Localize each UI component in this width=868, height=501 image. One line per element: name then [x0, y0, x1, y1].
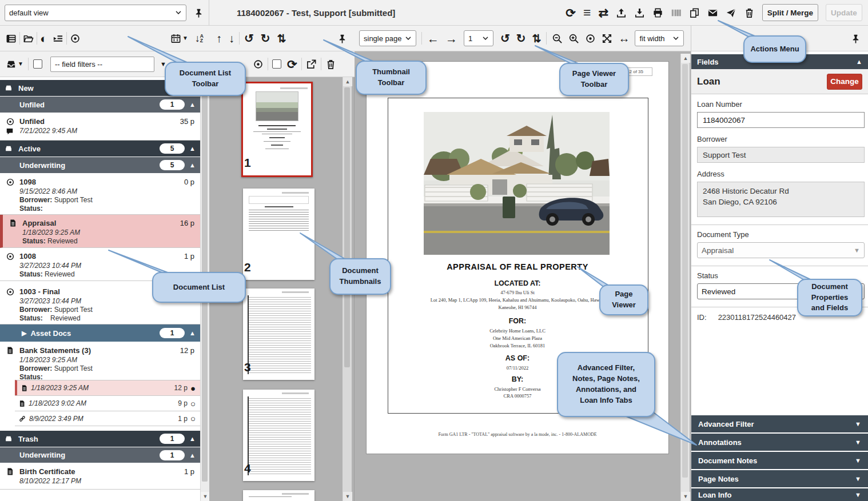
document-row-1098[interactable]: 1098 0 p 9/15/2022 8:46 AM Borrower: Sup…: [0, 174, 200, 215]
thumbnail-page-3[interactable]: 3: [243, 288, 314, 380]
expand-icon[interactable]: ▶: [22, 330, 26, 336]
prev-page-icon[interactable]: ←: [427, 33, 439, 45]
document-row-birth-certificate[interactable]: Birth Certificate 1 p 8/10/2022 12:17 PM: [0, 463, 200, 490]
pin-icon[interactable]: [193, 7, 204, 18]
list-icon[interactable]: ≡: [583, 6, 591, 19]
reorder-icon[interactable]: ⇅: [277, 33, 286, 44]
fit-horizontal-icon[interactable]: ↔: [618, 33, 630, 44]
pin-icon[interactable]: [850, 33, 861, 44]
barcode-icon[interactable]: [671, 7, 682, 18]
version-row-linked[interactable]: 8/9/2022 3:49 PM 1 p○: [15, 411, 200, 426]
thumbnail-number: 3: [244, 360, 251, 374]
target-icon[interactable]: [253, 59, 264, 70]
change-loan-button[interactable]: Change: [827, 74, 862, 90]
view-select[interactable]: default view: [5, 5, 186, 21]
current-version-icon[interactable]: ●: [190, 384, 196, 392]
viewer-scrollbar[interactable]: ▲ ▼: [680, 54, 690, 501]
shuffle-icon[interactable]: ⇄: [598, 7, 608, 19]
export-icon[interactable]: [306, 59, 317, 70]
scrollbar-thumb[interactable]: [344, 87, 350, 367]
rotate-right-icon[interactable]: ↻: [516, 33, 526, 44]
indent-list-icon[interactable]: [53, 33, 63, 44]
version-radio-icon[interactable]: ○: [190, 399, 196, 408]
collapse-icon[interactable]: ▲: [856, 58, 862, 65]
folder-header-underwriting[interactable]: Underwriting 5 ▲: [0, 157, 200, 173]
target-icon[interactable]: [70, 33, 81, 44]
scroll-up-icon[interactable]: ▲: [343, 77, 352, 86]
collapse-icon[interactable]: ▲: [189, 452, 196, 459]
send-icon[interactable]: [726, 7, 736, 18]
collapse-icon[interactable]: ▲: [189, 145, 196, 152]
upload-icon[interactable]: [616, 7, 627, 18]
download-icon[interactable]: [634, 7, 645, 18]
copy-pages-icon[interactable]: [689, 7, 700, 18]
thumbnail-page-1-selected[interactable]: 1: [241, 82, 313, 177]
select-all-checkbox[interactable]: [33, 59, 42, 69]
collapse-icon[interactable]: ▲: [189, 101, 196, 108]
rotate-left-icon[interactable]: ↺: [500, 33, 510, 44]
select-pages-checkbox[interactable]: [272, 59, 281, 69]
tab-advanced-filter[interactable]: Advanced Filter▼: [691, 415, 868, 432]
next-page-icon[interactable]: →: [445, 33, 457, 45]
tab-loan-info[interactable]: Loan Info▼: [691, 488, 868, 501]
inbox-header-trash[interactable]: Trash 1 ▲: [0, 431, 200, 447]
collapse-icon[interactable]: ▲: [189, 162, 196, 169]
calendar-filter[interactable]: ▼: [170, 33, 188, 44]
page-mode-select[interactable]: single page: [359, 30, 416, 46]
folder-header-unfiled[interactable]: Unfiled 1 ▲: [0, 97, 200, 113]
delete-page-icon[interactable]: [325, 59, 336, 70]
thumbnail-page-2[interactable]: 2: [243, 189, 314, 280]
zoom-out-icon[interactable]: [552, 33, 563, 44]
contrast-icon[interactable]: ◐: [40, 33, 47, 45]
collapse-icon[interactable]: ▲: [189, 330, 196, 336]
folder-header-underwriting-trash[interactable]: Underwriting 1 ▲: [0, 447, 200, 463]
sort-az-button[interactable]: ↓ AZ: [195, 33, 204, 43]
loan-number-input[interactable]: 1184002067: [697, 112, 865, 128]
tab-document-notes[interactable]: Document Notes▼: [691, 452, 868, 469]
inbox-header-active[interactable]: Active 5 ▲: [0, 141, 200, 157]
thumbnail-page-5[interactable]: [243, 490, 314, 501]
scroll-up-icon[interactable]: ▲: [681, 54, 690, 63]
scroll-down-icon[interactable]: ▼: [681, 492, 690, 501]
document-type-select[interactable]: Appraisal ▼: [697, 242, 865, 258]
target-icon[interactable]: [585, 33, 596, 44]
split-merge-button[interactable]: Split / Merge: [762, 4, 818, 21]
document-row-bank-statements[interactable]: Bank Statements (3) 12 p 1/18/2023 9:25 …: [0, 342, 200, 380]
scroll-pages-icon[interactable]: ⇅: [532, 33, 541, 44]
folder-header-asset-docs[interactable]: ▶ Asset Docs 1 ▲: [0, 324, 200, 342]
count-badge: 1: [160, 434, 185, 444]
document-table-icon[interactable]: [6, 33, 17, 44]
document-row-unfiled[interactable]: Unfiled 35 p 7/21/2022 9:45 AM: [0, 113, 200, 141]
document-row-appraisal-selected[interactable]: Appraisal 16 p 1/18/2023 9:25 AM Status:…: [0, 215, 200, 248]
count-badge: 1: [160, 450, 185, 460]
rotate-left-icon[interactable]: ↺: [244, 33, 254, 44]
inbox-filter[interactable]: ▼: [6, 59, 23, 70]
tab-annotations[interactable]: Annotations▼: [691, 434, 868, 451]
full-screen-icon[interactable]: [602, 33, 612, 44]
print-icon[interactable]: [652, 7, 663, 18]
field-filters-select[interactable]: -- field filters --: [50, 57, 154, 72]
tab-page-notes[interactable]: Page Notes▼: [691, 470, 868, 487]
version-row-current[interactable]: 1/18/2023 9:25 AM 12 p●: [15, 380, 200, 395]
refresh-icon[interactable]: ⟳: [566, 7, 576, 19]
collapse-icon[interactable]: ▲: [189, 435, 196, 442]
move-down-icon[interactable]: ↓: [229, 33, 234, 44]
delete-icon[interactable]: [744, 7, 755, 18]
scroll-down-icon[interactable]: ▼: [343, 492, 352, 501]
page-number-select[interactable]: 1: [464, 30, 493, 46]
version-radio-icon[interactable]: ○: [190, 414, 196, 423]
scrollbar-thumb[interactable]: [682, 64, 688, 478]
version-row[interactable]: 1/18/2023 9:02 AM 9 p○: [15, 395, 200, 411]
open-folder-icon[interactable]: [23, 33, 34, 44]
fit-mode-select[interactable]: fit width: [635, 30, 684, 46]
pin-icon[interactable]: [337, 33, 348, 44]
update-button[interactable]: Update: [826, 4, 862, 21]
move-up-icon[interactable]: ↑: [216, 33, 222, 44]
email-icon[interactable]: [707, 7, 718, 18]
rotate-right-icon[interactable]: ↻: [261, 33, 270, 44]
refresh-icon[interactable]: ⟳: [287, 58, 297, 70]
zoom-in-icon[interactable]: [568, 33, 579, 44]
scroll-down-icon[interactable]: ▼: [201, 492, 210, 501]
page-viewer[interactable]: Page # 2 of 35: [355, 51, 691, 501]
thumbnail-page-4[interactable]: 4: [243, 390, 314, 481]
